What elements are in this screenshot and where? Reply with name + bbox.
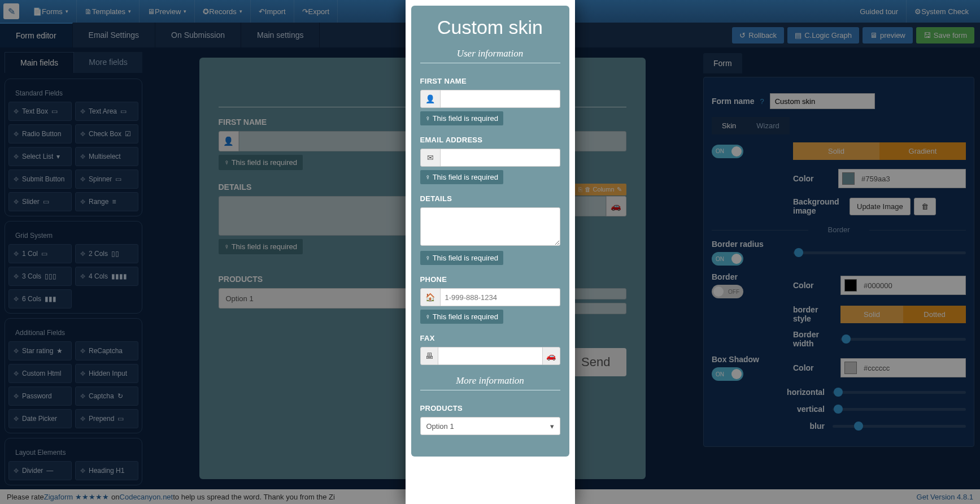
fill-type-group[interactable]: Solid Gradient [793, 142, 966, 160]
field-datepicker[interactable]: ✥Date Picker [8, 409, 72, 428]
preview-textarea-details[interactable] [420, 207, 560, 246]
preview-button[interactable]: 🖥 preview [863, 27, 913, 44]
tab-main-fields[interactable]: Main fields [5, 52, 74, 73]
field-submit[interactable]: ✥Submit Button [8, 170, 72, 189]
field-textarea[interactable]: ✥Text Area ▭ [75, 102, 138, 121]
delete-image-button[interactable]: 🗑 [914, 198, 936, 215]
field-star[interactable]: ✥Star rating ★ [8, 341, 72, 360]
menu-preview[interactable]: 🖥 Preview ▾ [140, 0, 195, 23]
field-hidden[interactable]: ✥Hidden Input [75, 364, 138, 383]
textarea-details[interactable] [219, 196, 417, 236]
preview-input-email[interactable] [441, 149, 560, 167]
slider-vertical[interactable] [833, 408, 966, 411]
btn-gradient[interactable]: Gradient [879, 142, 966, 160]
form-name-input[interactable] [770, 93, 875, 109]
slider-horizontal[interactable] [833, 391, 966, 394]
field-4col[interactable]: ✥4 Cols ▮▮▮▮ [75, 267, 138, 286]
label-horizontal: horizontal [712, 388, 825, 397]
footer-site-link[interactable]: Codecanyon.net [120, 493, 173, 501]
field-divider[interactable]: ✥Divider — [8, 461, 72, 480]
refresh-icon: ↻ [117, 392, 123, 400]
drag-icon: ✥ [80, 250, 85, 258]
preview-label-firstname: FIRST NAME [420, 77, 560, 85]
subtab-wizard[interactable]: Wizard [746, 117, 789, 134]
field-spinner[interactable]: ✥Spinner ▭ [75, 170, 138, 189]
toggle-skin[interactable]: ON [712, 145, 743, 158]
field-customhtml[interactable]: ✥Custom Html [8, 364, 72, 383]
menu-forms[interactable]: 📄 Forms▾ [25, 0, 77, 23]
preview-label-email: EMAIL ADDRESS [420, 136, 560, 144]
tab-email-settings[interactable]: Email Settings [73, 23, 155, 47]
color-input[interactable]: #759aa3 [838, 169, 966, 188]
menu-guided-tour[interactable]: Guided tour [852, 0, 907, 23]
border-color-input[interactable]: #000000 [840, 276, 966, 295]
preview-input-phone[interactable] [441, 288, 560, 306]
footer-product[interactable]: Zigaform [44, 493, 73, 501]
rollback-button[interactable]: ↺ Rollback [732, 27, 784, 44]
app-logo[interactable]: ✎ [3, 3, 19, 19]
field-heading[interactable]: ✥Heading H1 [75, 461, 138, 480]
menu-export-label: Export [308, 7, 330, 16]
menu-preview-label: Preview [155, 7, 181, 16]
save-form-button[interactable]: 🖫 Save form [916, 27, 974, 44]
field-captcha[interactable]: ✥Captcha ↻ [75, 386, 138, 406]
label-border: Border [712, 272, 785, 281]
field-select[interactable]: ✥Select List ▾ [8, 147, 72, 166]
home-icon: 🏠 [420, 288, 441, 306]
tab-main-settings[interactable]: Main settings [241, 23, 320, 47]
field-range[interactable]: ✥Range ≡ [75, 192, 138, 211]
field-multiselect[interactable]: ✥Multiselect [75, 147, 138, 166]
chevron-down-icon: ▾ [550, 422, 554, 431]
field-6col[interactable]: ✥6 Cols ▮▮▮ [8, 289, 72, 309]
tab-form-editor[interactable]: Form editor [0, 23, 73, 47]
subtab-skin[interactable]: Skin [712, 117, 746, 134]
menu-templates[interactable]: 🗎 Templates ▾ [77, 0, 140, 23]
field-prepend[interactable]: ✥Prepend ▭ [75, 409, 138, 428]
help-icon[interactable]: ? [760, 97, 764, 106]
preview-input-firstname[interactable] [441, 90, 560, 108]
preview-input-fax[interactable] [438, 347, 542, 365]
field-checkbox[interactable]: ✥Check Box ☑ [75, 124, 138, 144]
slider-border-radius[interactable] [793, 251, 966, 254]
toggle-box-shadow[interactable]: ON [712, 367, 743, 381]
field-password[interactable]: ✥Password [8, 386, 72, 406]
column-tag[interactable]: ⎘🗑Column ✎ [574, 184, 626, 195]
field-2col[interactable]: ✥2 Cols ▯▯ [75, 244, 138, 263]
select-products[interactable]: Option 1▾ [219, 288, 417, 309]
toggle-border[interactable]: OFF [712, 285, 743, 298]
clogic-button[interactable]: ▤ C.Logic Graph [787, 27, 859, 44]
preview-title: Custom skin [420, 17, 560, 38]
btn-border-dotted[interactable]: Dotted [903, 306, 966, 323]
slider-blur[interactable] [833, 425, 966, 428]
shadow-color-input[interactable]: #cccccc [840, 358, 966, 377]
col-icon: ▭ [41, 250, 47, 258]
tab-form-props[interactable]: Form [703, 53, 742, 73]
menu-import[interactable]: ↶ Import [251, 0, 294, 23]
border-style-group[interactable]: Solid Dotted [840, 306, 966, 323]
update-image-button[interactable]: Update Image [850, 198, 911, 215]
version-link[interactable]: Get Version 4.8.1 [917, 493, 973, 501]
menu-records[interactable]: ✪ Records▾ [195, 0, 250, 23]
menu-export[interactable]: ↷ Export [294, 0, 338, 23]
menu-system-check[interactable]: ⚙ System Check [907, 0, 977, 23]
select-icon: ▾ [56, 153, 60, 160]
group-standard-fields: Standard Fields [15, 89, 138, 97]
btn-border-solid[interactable]: Solid [840, 306, 903, 323]
preview-select-products[interactable]: Option 1▾ [420, 417, 560, 435]
textarea-icon: ▭ [120, 107, 127, 115]
slider-border-width[interactable] [840, 338, 966, 341]
drag-icon: ✥ [80, 347, 85, 355]
field-radio[interactable]: ✥Radio Button [8, 124, 72, 144]
copy-icon: ⎘ [578, 186, 582, 193]
field-1col[interactable]: ✥1 Col ▭ [8, 244, 72, 263]
field-textbox[interactable]: ✥Text Box ▭ [8, 102, 72, 121]
tab-more-fields[interactable]: More fields [74, 52, 142, 73]
btn-solid[interactable]: Solid [793, 142, 879, 160]
tab-on-submission[interactable]: On Submission [155, 23, 241, 47]
field-recaptcha[interactable]: ✥ReCaptcha [75, 341, 138, 360]
toggle-border-radius[interactable]: ON [712, 252, 743, 266]
field-3col[interactable]: ✥3 Cols ▯▯▯ [8, 267, 72, 286]
drag-icon: ✥ [80, 415, 85, 423]
field-slider[interactable]: ✥Slider ▭ [8, 192, 72, 211]
fields-sidebar: Main fields More fields Standard Fields … [0, 47, 147, 489]
